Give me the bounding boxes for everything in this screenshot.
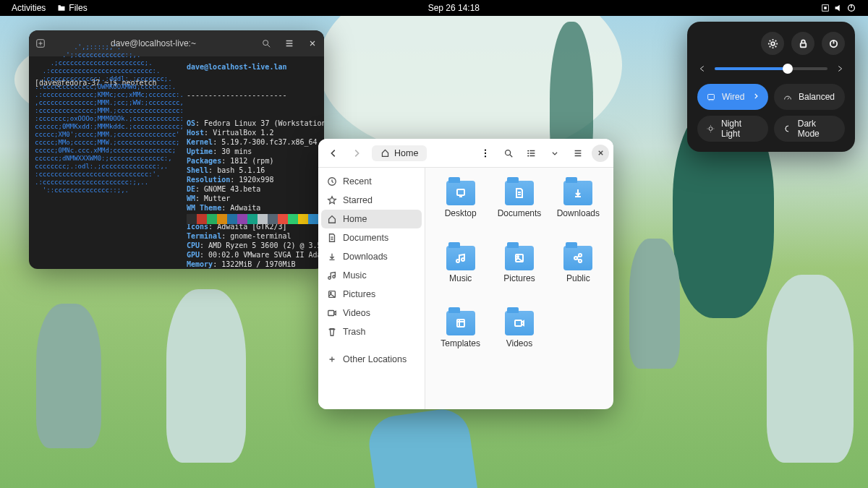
svg-rect-22 <box>457 320 464 327</box>
wallpaper-stone <box>629 239 680 369</box>
chevron-down-icon <box>551 150 558 157</box>
download-icon <box>572 187 584 199</box>
folder-videos[interactable]: Videos <box>505 311 534 357</box>
folder-label: Videos <box>506 338 532 348</box>
sidebar-item-pictures[interactable]: Pictures <box>321 285 422 304</box>
lock-button[interactable] <box>791 32 814 55</box>
files-sidebar: RecentStarredHomeDocumentsDownloadsMusic… <box>318 168 425 409</box>
folder-label: Templates <box>441 338 480 348</box>
sidebar-other-locations[interactable]: Other Locations <box>321 350 422 369</box>
night-light-icon <box>706 124 715 134</box>
sysinfo-line: Resolution: 1920x998 <box>187 175 324 184</box>
volume-icon <box>833 3 843 13</box>
view-options-button[interactable] <box>475 142 496 164</box>
home-icon <box>380 148 390 158</box>
list-icon <box>527 148 537 158</box>
svg-rect-25 <box>800 43 806 47</box>
chevron-left-icon <box>328 148 339 158</box>
sysinfo-line: CPU: AMD Ryzen 5 3600 (2) @ 3.599GHz <box>187 241 324 250</box>
download-icon <box>327 252 337 262</box>
wallpaper-stone <box>166 289 246 463</box>
hamburger-menu-button[interactable] <box>567 142 589 164</box>
folder-documents[interactable]: Documents <box>498 181 542 227</box>
sidebar-item-home[interactable]: Home <box>321 210 422 228</box>
folder-label: Public <box>566 273 590 283</box>
wallpaper-stone <box>36 304 101 448</box>
dark-mode-toggle[interactable]: Dark Mode <box>774 116 845 142</box>
network-icon <box>820 3 830 13</box>
close-button[interactable] <box>592 145 609 162</box>
back-button[interactable] <box>323 142 344 164</box>
sidebar-item-videos[interactable]: Videos <box>321 304 422 322</box>
lock-icon <box>798 38 809 49</box>
svg-point-7 <box>527 150 529 151</box>
sysinfo-line: Memory: 1322MiB / 1970MiB <box>187 260 324 269</box>
folder-public[interactable]: Public <box>563 246 592 292</box>
folder-label: Documents <box>498 208 542 218</box>
path-bar[interactable]: Home <box>372 145 427 161</box>
brightness-high-icon <box>835 64 845 74</box>
folder-templates[interactable]: Templates <box>441 311 480 357</box>
terminal-output[interactable]: [dave@fedora-37 ~]$ neofetch .',;::::;,'… <box>29 56 324 166</box>
sidebar-item-documents[interactable]: Documents <box>321 228 422 247</box>
svg-point-4 <box>485 152 486 153</box>
night-light-toggle[interactable]: Night Light <box>697 116 768 142</box>
gear-icon <box>767 38 778 49</box>
forward-button[interactable] <box>346 142 367 164</box>
chevron-right-icon <box>352 148 362 158</box>
folder-label: Music <box>449 273 472 283</box>
list-view-button[interactable] <box>521 142 542 164</box>
svg-point-5 <box>485 155 486 157</box>
folder-downloads[interactable]: Downloads <box>557 181 600 227</box>
brightness-low-icon <box>697 64 707 74</box>
power-profile-toggle[interactable]: Balanced <box>774 84 845 110</box>
sysinfo-line: Uptime: 30 mins <box>187 147 324 156</box>
sidebar-item-trash[interactable]: Trash <box>321 322 422 341</box>
svg-point-13 <box>330 292 331 294</box>
sidebar-item-downloads[interactable]: Downloads <box>321 247 422 266</box>
sidebar-item-label: Recent <box>343 176 372 187</box>
quick-settings-panel: Wired Balanced Night Light Dark Mode <box>687 22 855 152</box>
chevron-right-icon <box>752 93 760 100</box>
wired-toggle[interactable]: Wired <box>697 84 768 110</box>
system-status-area[interactable] <box>814 3 862 13</box>
files-window: Home RecentStarredHomeDocumentsDownloads… <box>318 139 613 409</box>
folder-label: Pictures <box>503 273 535 283</box>
settings-button[interactable] <box>761 32 784 55</box>
doc-icon <box>327 233 337 243</box>
svg-point-6 <box>506 150 511 155</box>
svg-point-11 <box>333 275 336 278</box>
power-button[interactable] <box>822 32 845 55</box>
sidebar-item-starred[interactable]: Starred <box>321 191 422 210</box>
power-profile-label: Balanced <box>799 92 835 102</box>
folder-music[interactable]: Music <box>446 246 475 292</box>
slider-thumb[interactable] <box>783 64 793 74</box>
folder-desktop[interactable]: Desktop <box>445 181 477 227</box>
sidebar-item-label: Trash <box>343 327 366 337</box>
topbar-app-menu[interactable]: Files <box>51 3 93 13</box>
star-icon <box>327 195 337 205</box>
svg-point-18 <box>517 256 519 257</box>
activities-button[interactable]: Activities <box>6 3 51 13</box>
dark-mode-icon <box>783 124 792 134</box>
search-button[interactable] <box>498 142 519 164</box>
folder-pictures[interactable]: Pictures <box>503 246 535 292</box>
image-icon <box>514 252 525 264</box>
files-icon-grid[interactable]: DesktopDocumentsDownloadsMusicPicturesPu… <box>425 168 613 409</box>
neofetch-color-palette <box>187 214 324 224</box>
wired-label: Wired <box>722 92 744 102</box>
dropdown-button[interactable] <box>544 142 566 164</box>
files-icon <box>57 4 66 12</box>
topbar-app-label: Files <box>69 3 87 13</box>
sysinfo-line: Terminal: gnome-terminal <box>187 231 324 241</box>
sidebar-item-label: Downloads <box>343 252 388 262</box>
clock[interactable]: Sep 26 14:18 <box>422 3 485 13</box>
search-icon <box>503 148 514 158</box>
neofetch-separator: ----------------------- <box>187 90 324 100</box>
sidebar-item-music[interactable]: Music <box>321 266 422 285</box>
sidebar-item-recent[interactable]: Recent <box>321 172 422 191</box>
brightness-slider[interactable] <box>697 64 845 74</box>
slider-track[interactable] <box>715 67 827 70</box>
sysinfo-line: WM Theme: Adwaita <box>187 203 324 213</box>
dark-mode-label: Dark Mode <box>798 119 836 139</box>
